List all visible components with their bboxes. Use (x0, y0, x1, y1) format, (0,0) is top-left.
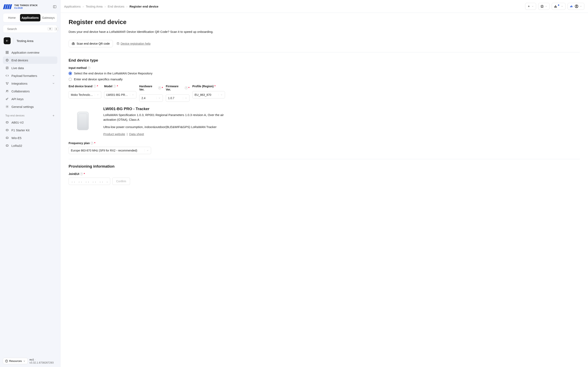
back-button[interactable] (4, 37, 11, 44)
crumb-applications[interactable]: Applications (64, 5, 81, 8)
sidebar-item-general-settings[interactable]: General settings (3, 103, 57, 110)
svg-point-22 (6, 82, 7, 83)
star-button[interactable] (538, 3, 550, 10)
profile-label: Profile (Region) (192, 85, 214, 88)
gear-icon (5, 105, 9, 108)
content: Register end device Does your end device… (61, 13, 588, 367)
section-provisioning: Provisioning information (69, 164, 580, 169)
top-device-item[interactable]: LoRa32 (3, 142, 57, 149)
arrow-left-icon (6, 39, 9, 42)
chevron-down-icon (218, 94, 223, 96)
chevron-down-icon (531, 5, 534, 8)
sidebar-footer: Resources eu1 · v3.32.1.6738267293 (3, 355, 57, 364)
collapse-sidebar-icon[interactable] (53, 5, 57, 8)
crumb-current: Register end device (130, 5, 158, 8)
svg-point-53 (7, 360, 7, 360)
sidebar-item-api-keys[interactable]: API keys (3, 95, 57, 103)
joineui-input[interactable] (69, 178, 110, 185)
top-device-item[interactable]: Wio-E5 (3, 134, 57, 142)
chevron-down-icon (580, 5, 582, 8)
sidebar: THE THINGS STACK CLOUD Home Applications… (0, 0, 61, 367)
svg-rect-36 (6, 129, 8, 131)
crumb-end-devices[interactable]: End devices (108, 5, 124, 8)
chevron-down-icon (130, 94, 134, 96)
help-icon[interactable]: ? (87, 67, 90, 69)
sidebar-item-live-data[interactable]: Live data (3, 64, 57, 72)
fw-select[interactable]: 1.0.7 (166, 94, 190, 102)
sidebar-label: Collaborators (11, 90, 30, 93)
chip-icon (5, 120, 9, 124)
svg-rect-57 (570, 6, 571, 7)
sidebar-item-overview[interactable]: Application overview (3, 49, 57, 56)
sidebar-label: End devices (11, 58, 28, 62)
crumb-testing-area[interactable]: Testing Area (86, 5, 103, 8)
sidebar-item-collaborators[interactable]: Collaborators (3, 87, 57, 95)
inbox-button[interactable] (552, 3, 566, 10)
context-back-row: Testing Area (3, 36, 57, 45)
brand-line2: CLOUD (14, 7, 38, 9)
side-nav: Application overview End devices Live da… (3, 49, 57, 110)
svg-point-23 (8, 82, 8, 83)
svg-point-26 (8, 90, 8, 91)
svg-rect-46 (6, 145, 8, 146)
sidebar-item-end-devices[interactable]: End devices (3, 57, 57, 64)
plus-icon[interactable] (52, 114, 55, 117)
profile-button[interactable] (568, 3, 584, 10)
search-input[interactable] (7, 27, 46, 31)
device-title: LW001-BG PRO - Tracker (103, 107, 230, 111)
key-icon (5, 97, 9, 101)
code-icon (5, 74, 9, 77)
nav-tab-applications[interactable]: Applications (20, 14, 40, 21)
radio-repository[interactable]: Select the end device in the LoRaWAN Dev… (69, 72, 580, 75)
search-box[interactable]: ⌘ K (3, 25, 57, 33)
frequency-plan-select[interactable]: Europe 863-870 MHz (SF9 for RX2 - recomm… (69, 147, 151, 154)
help-icon[interactable]: ? (90, 142, 93, 145)
help-icon[interactable]: ? (185, 86, 188, 89)
section-end-device-type: End device type (69, 58, 580, 63)
sidebar-item-payload-formatters[interactable]: Payload formatters (3, 72, 57, 79)
sidebar-label: Live data (11, 66, 24, 70)
product-website-link[interactable]: Product website (103, 132, 125, 136)
top-actions (525, 3, 584, 10)
device-name: Wio-E5 (11, 136, 21, 140)
device-registration-help-link[interactable]: Device registration help (117, 42, 150, 45)
help-icon[interactable]: ? (93, 85, 96, 88)
brand-line1: THE THINGS STACK (14, 4, 38, 7)
top-device-item[interactable]: AB01-V2 (3, 119, 57, 126)
sidebar-item-integrations[interactable]: Integrations (3, 80, 57, 87)
top-device-item[interactable]: F1 Starter Kit (3, 126, 57, 134)
scan-qr-button[interactable]: Scan end device QR code (69, 40, 113, 47)
chevron-down-icon (156, 97, 161, 99)
confirm-button[interactable]: Confirm (112, 178, 130, 185)
brand-select[interactable]: Moko Technolo… (69, 91, 101, 99)
input-method-label: Input method ? (69, 66, 580, 69)
logo-mark-icon (4, 4, 12, 9)
nav-tab-home[interactable]: Home (4, 14, 20, 21)
fw-label: Firmware Ver. (166, 85, 184, 91)
data-sheet-link[interactable]: Data sheet (129, 132, 144, 136)
radio-manual[interactable]: Enter end device specifics manually (69, 77, 580, 81)
list-icon (5, 66, 9, 70)
page-title: Register end device (69, 18, 580, 25)
chip-icon (5, 58, 9, 62)
svg-rect-0 (53, 6, 56, 8)
model-select[interactable]: LW001-BG PRO … (104, 91, 136, 99)
resources-button[interactable]: Resources (3, 358, 28, 364)
hw-select[interactable]: 2.4 (139, 94, 163, 102)
help-icon[interactable]: ? (158, 86, 161, 89)
notification-dot (558, 4, 559, 6)
svg-point-27 (6, 99, 7, 100)
chip-icon (5, 128, 9, 132)
help-icon[interactable]: ? (80, 173, 83, 175)
profile-select[interactable]: EU_863_870 (192, 91, 225, 99)
chevron-down-icon (52, 74, 55, 77)
help-icon[interactable]: ? (113, 85, 116, 88)
chip-icon (5, 136, 9, 140)
add-button[interactable] (525, 3, 536, 10)
plus-icon (527, 5, 530, 8)
main-area: Applications › Testing Area › End device… (61, 0, 588, 367)
nav-tab-gateways[interactable]: Gateways (40, 14, 57, 21)
device-name: F1 Starter Kit (11, 128, 29, 132)
svg-point-28 (7, 106, 8, 107)
svg-rect-31 (6, 122, 8, 123)
